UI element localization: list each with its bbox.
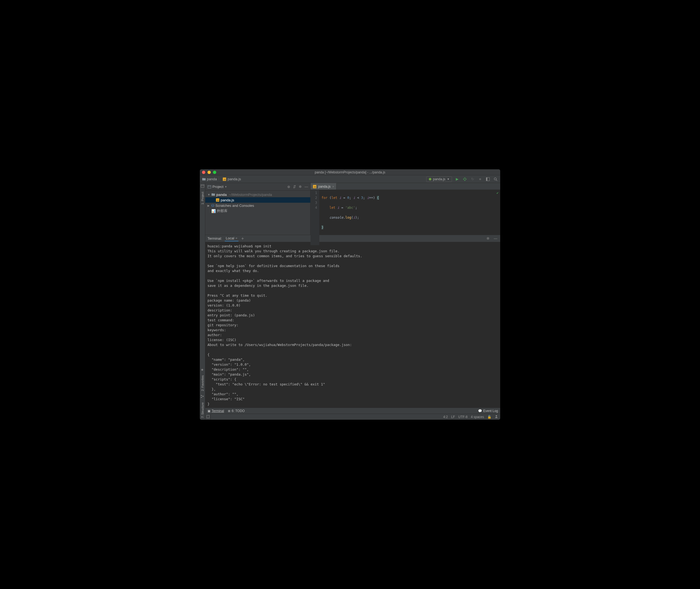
svg-rect-11 [201, 185, 204, 187]
toolbar-right: ⬢ panda.js ▼ ▶ ↻ ■ [426, 176, 498, 182]
svg-rect-13 [201, 395, 202, 396]
hide-panel-button[interactable]: — [305, 185, 308, 189]
statusbar: 4:2 LF UTF-8 4 spaces 🔓 [211, 414, 500, 420]
search-everywhere-button[interactable] [493, 177, 498, 182]
project-tree[interactable]: ▼ panda ~/WebstormProjects/panda JS [205, 191, 310, 215]
svg-line-17 [202, 396, 203, 397]
line-number-gutter: 1 2 3 4 [311, 190, 319, 245]
run-config-label: panda.js [433, 177, 446, 181]
favorites-tool-tab[interactable]: 2: Favorites [200, 374, 205, 393]
svg-text:JS: JS [314, 186, 316, 188]
terminal-tool-window: Terminal: Local × + ✲ — huazai:panda wuj… [205, 235, 500, 408]
event-log-icon: 💬 [478, 409, 482, 413]
todo-tool-button[interactable]: ≣ 6: TODO [228, 409, 245, 413]
project-panel-title[interactable]: Project ▼ [207, 185, 227, 189]
main-area: 1: Project ★ 2: Favorites 7: Structure P… [200, 183, 500, 420]
folder-icon [211, 193, 215, 196]
svg-line-10 [496, 180, 497, 181]
window-controls [202, 171, 216, 174]
settings-button[interactable]: ✲ [299, 185, 302, 189]
debug-button[interactable] [462, 177, 467, 182]
line-number: 3 [311, 200, 317, 205]
line-number: 2 [311, 195, 317, 200]
file-encoding[interactable]: UTF-8 [458, 415, 468, 419]
tree-file-pandajs[interactable]: JS panda.js [205, 197, 310, 203]
event-log-button[interactable]: 💬 Event Log [478, 409, 498, 413]
project-tool-window: Project ▼ ⊕ ⇵ ✲ — ▼ [205, 183, 311, 235]
caret-position[interactable]: 4:2 [443, 415, 448, 419]
stop-button[interactable]: ■ [478, 177, 483, 182]
terminal-header-label: Terminal: [207, 236, 222, 240]
minimize-window-button[interactable] [207, 171, 211, 174]
run-config-selector[interactable]: ⬢ panda.js ▼ [426, 176, 452, 182]
project-tool-tab[interactable]: 1: Project [200, 190, 205, 206]
code-area[interactable]: for (let i = 0; i < 3; i++) { let i = 'a… [319, 190, 500, 245]
indent-settings[interactable]: 4 spaces [471, 415, 484, 419]
svg-text:JS: JS [224, 178, 226, 180]
js-file-icon: JS [313, 185, 317, 188]
run-with-coverage-button[interactable]: ↻ [470, 177, 475, 182]
todo-icon: ≣ [228, 409, 230, 413]
svg-rect-18 [208, 185, 211, 188]
tree-root[interactable]: ▼ panda ~/WebstormProjects/panda [205, 192, 310, 197]
favorites-tool-icon[interactable]: ★ [201, 368, 204, 372]
breadcrumb-file[interactable]: panda.js [227, 177, 241, 181]
readonly-toggle-icon[interactable]: 🔓 [487, 415, 491, 419]
titlebar: panda [~/WebstormProjects/panda] - .../p… [200, 169, 500, 175]
svg-rect-14 [201, 397, 202, 398]
bottom-tool-buttons: ▣ Terminal ≣ 6: TODO 💬 Event Log [205, 408, 500, 414]
layout-settings-button[interactable] [485, 177, 490, 182]
svg-rect-24 [207, 415, 209, 418]
folder-icon [202, 177, 206, 181]
editor-tab-pandajs[interactable]: JS panda.js × [311, 183, 337, 190]
terminal-tool-button[interactable]: ▣ Terminal [207, 409, 224, 413]
code-editor[interactable]: 1 2 3 4 for (let i = 0; i < 3; i++) { le… [311, 190, 500, 245]
tree-external-label: 外部库 [217, 208, 227, 213]
window-title: panda [~/WebstormProjects/panda] - .../p… [200, 170, 500, 174]
collapse-all-button[interactable]: ⇵ [293, 185, 296, 189]
structure-tool-tab[interactable]: 7: Structure [200, 401, 205, 420]
upper-split: Project ▼ ⊕ ⇵ ✲ — ▼ [205, 183, 500, 235]
hector-icon[interactable] [495, 415, 498, 419]
close-window-button[interactable] [202, 171, 205, 174]
breadcrumb[interactable]: panda 〉 JS panda.js [202, 177, 241, 182]
svg-point-25 [496, 415, 497, 417]
svg-rect-15 [203, 396, 204, 397]
editor-panel: JS panda.js × 1 2 3 4 for ( [311, 183, 500, 235]
svg-rect-8 [486, 178, 487, 181]
line-separator[interactable]: LF [451, 415, 455, 419]
scratches-icon: ⛁ [211, 204, 214, 208]
project-tool-icon[interactable] [201, 184, 204, 188]
svg-point-2 [464, 178, 466, 180]
inspection-ok-icon[interactable]: ✔ [497, 190, 499, 195]
close-tab-button[interactable]: × [332, 185, 334, 188]
expand-arrow-icon[interactable]: ▼ [207, 193, 210, 196]
editor-tab-label: panda.js [318, 185, 331, 188]
js-file-icon: JS [222, 177, 226, 181]
structure-tool-icon[interactable] [201, 395, 204, 399]
breadcrumb-separator: 〉 [218, 177, 221, 182]
line-number: 1 [311, 190, 317, 195]
new-terminal-button[interactable]: + [241, 236, 244, 241]
maximize-window-button[interactable] [213, 171, 216, 174]
tree-scratches[interactable]: ▶ ⛁ Scratches and Consoles [205, 203, 310, 208]
expand-arrow-icon[interactable]: ▶ [207, 204, 210, 207]
close-terminal-tab-button[interactable]: × [235, 236, 238, 240]
nodejs-icon: ⬢ [429, 177, 431, 181]
breadcrumb-root[interactable]: panda [207, 177, 217, 181]
terminal-output[interactable]: huazai:panda wujiahua$ npm init This uti… [205, 242, 500, 408]
ide-window: panda [~/WebstormProjects/panda] - .../p… [200, 169, 500, 420]
svg-text:JS: JS [217, 199, 219, 201]
tree-file-label: panda.js [221, 198, 234, 202]
content-area: Project ▼ ⊕ ⇵ ✲ — ▼ [205, 183, 500, 420]
project-panel-header: Project ▼ ⊕ ⇵ ✲ — [205, 183, 310, 191]
left-tool-gutter: 1: Project ★ 2: Favorites 7: Structure [200, 183, 205, 420]
svg-line-16 [202, 395, 203, 396]
run-button[interactable]: ▶ [455, 177, 460, 182]
terminal-tab-local[interactable]: Local × [225, 236, 239, 241]
tool-windows-quick-access[interactable] [205, 414, 211, 420]
tree-root-path: ~/WebstormProjects/panda [229, 193, 272, 197]
locate-button[interactable]: ⊕ [287, 185, 290, 189]
tree-external-libs[interactable]: 📊 外部库 [205, 208, 310, 214]
library-icon: 📊 [211, 209, 216, 213]
